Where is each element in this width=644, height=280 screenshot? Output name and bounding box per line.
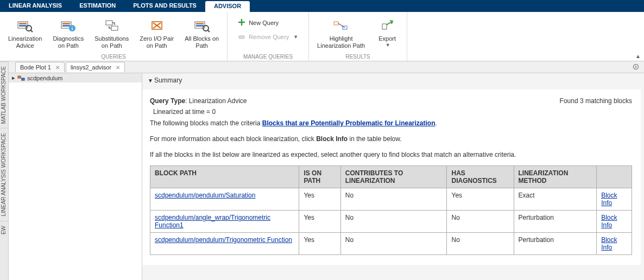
query-type-value: Linearization Advice <box>189 97 247 105</box>
ribbon-collapse-toggle[interactable]: ▴ <box>636 52 640 60</box>
export-button[interactable]: Export ▼ <box>371 14 403 50</box>
block-path-link[interactable]: scdpendulum/pendulum/Saturation <box>155 192 255 199</box>
block-info-link[interactable]: Block Info <box>601 192 617 207</box>
svg-line-4 <box>30 30 33 32</box>
cell-method: Exact <box>514 188 597 211</box>
button-label: Substitutions on Path <box>94 35 129 49</box>
side-tab-linear-analysis-workspace[interactable]: LINEAR ANALYSIS WORKSPACE <box>0 128 8 221</box>
highlight-path-icon <box>332 17 350 34</box>
block-path-link[interactable]: scdpendulum/pendulum/Trigonometric Funct… <box>155 236 292 244</box>
svg-point-24 <box>635 66 637 68</box>
para1-text: The following blocks match the criteria <box>150 119 262 127</box>
linearization-advice-button[interactable]: Linearization Advice <box>3 14 47 52</box>
cell-method: Perturbation <box>514 211 597 233</box>
button-label: Export <box>378 35 396 42</box>
panel-label: QUERIES <box>0 54 227 60</box>
block-info-link[interactable]: Block Info <box>601 236 617 251</box>
zero-io-icon <box>148 17 166 34</box>
substitutions-on-path-button[interactable]: Substitutions on Path <box>90 14 134 52</box>
cell-on-path: Yes <box>299 233 340 255</box>
button-label: Zero I/O Pair on Path <box>140 35 174 49</box>
para2-post: in the table below. <box>348 135 401 143</box>
remove-query-button: Remove Query ▼ <box>234 30 302 43</box>
diagnostics-icon: i <box>60 17 77 34</box>
query-type-label: Query Type <box>150 97 185 105</box>
ribbon-panel-manage-queries: New Query Remove Query ▼ MANAGE QUERIES <box>228 12 309 61</box>
document-tab-bar: Bode Plot 1 ✕ linsys2_advisor ✕ <box>9 61 644 73</box>
side-tab-other[interactable]: EW <box>0 221 8 239</box>
ribbon-panel-queries: Linearization Advice i Diagnostics on Pa… <box>0 12 228 61</box>
disclosure-triangle-icon[interactable]: ▼ <box>148 78 153 84</box>
col-contributes: CONTRIBUTES TO LINEARIZATION <box>340 166 447 188</box>
doc-tab-bode-plot-1[interactable]: Bode Plot 1 ✕ <box>15 62 65 72</box>
side-tab-strip: MATLAB WORKSPACE LINEAR ANALYSIS WORKSPA… <box>0 61 9 280</box>
button-label: Diagnostics on Path <box>53 35 84 49</box>
block-info-link[interactable]: Block Info <box>601 214 617 229</box>
svg-rect-7 <box>62 25 70 27</box>
svg-text:i: i <box>72 26 73 31</box>
cell-contrib: No <box>340 211 447 233</box>
cell-contrib: No <box>340 233 447 255</box>
button-label: New Query <box>249 20 279 26</box>
svg-rect-1 <box>19 23 27 24</box>
svg-rect-11 <box>111 26 118 30</box>
button-label: Remove Query <box>249 34 289 40</box>
svg-line-19 <box>207 30 210 32</box>
tab-label: linsys2_advisor <box>71 64 111 71</box>
cell-method: Perturbation <box>514 233 597 255</box>
tab-plots-results[interactable]: PLOTS AND RESULTS <box>124 0 205 12</box>
model-tree: ▸ scdpendulum <box>9 73 142 280</box>
button-label: Highlight Linearization Path <box>317 35 365 49</box>
tree-expand-icon[interactable]: ▸ <box>12 74 15 81</box>
col-block-path: BLOCK PATH <box>150 166 299 188</box>
linearized-time: Linearized at time = 0 <box>150 108 247 116</box>
new-query-button[interactable]: New Query <box>234 16 302 29</box>
ribbon: Linearization Advice i Diagnostics on Pa… <box>0 12 644 61</box>
table-row: scdpendulum/angle_wrap/Trigonometric Fun… <box>150 211 632 233</box>
block-path-link[interactable]: scdpendulum/angle_wrap/Trigonometric Fun… <box>155 214 270 229</box>
para3-text: If all the blocks in the list below are … <box>150 150 632 160</box>
cell-diag: No <box>447 233 514 255</box>
summary-title: Summary <box>154 77 182 84</box>
doc-tab-linsys2-advisor[interactable]: linsys2_advisor ✕ <box>66 62 125 72</box>
table-row: scdpendulum/pendulum/Trigonometric Funct… <box>150 233 632 255</box>
svg-rect-10 <box>106 21 112 25</box>
tab-options-gear-icon[interactable] <box>632 63 640 72</box>
cell-on-path: Yes <box>299 211 340 233</box>
problematic-blocks-link[interactable]: Blocks that are Potentially Problematic … <box>262 119 435 127</box>
cell-on-path: Yes <box>299 188 340 211</box>
tab-label: Bode Plot 1 <box>20 64 51 71</box>
svg-rect-6 <box>62 23 70 24</box>
svg-rect-26 <box>22 78 24 80</box>
all-blocks-on-path-button[interactable]: All Blocks on Path <box>180 14 224 52</box>
svg-rect-17 <box>196 25 204 27</box>
tab-advisor[interactable]: ADVISOR <box>205 1 250 12</box>
tab-linear-analysis[interactable]: LINEAR ANALYSIS <box>0 0 71 12</box>
plus-icon <box>238 18 245 27</box>
button-label: All Blocks on Path <box>185 35 219 49</box>
substitutions-icon <box>103 17 121 34</box>
col-info <box>597 166 632 188</box>
linearization-advice-icon <box>16 17 34 34</box>
found-count: Found 3 matching blocks <box>560 97 632 105</box>
close-icon[interactable]: ✕ <box>116 65 120 71</box>
chevron-down-icon: ▼ <box>293 34 298 40</box>
panel-label: RESULTS <box>309 54 407 60</box>
button-label: Linearization Advice <box>8 35 42 49</box>
col-has-diagnostics: HAS DIAGNOSTICS <box>447 166 514 188</box>
zero-io-pair-button[interactable]: Zero I/O Pair on Path <box>135 14 179 52</box>
all-blocks-icon <box>193 17 211 34</box>
export-icon <box>378 17 396 34</box>
para2-pre: For more information about each block li… <box>150 135 316 143</box>
simulink-model-icon <box>17 75 25 81</box>
tree-item-label: scdpendulum <box>27 75 62 81</box>
svg-rect-21 <box>334 22 338 25</box>
diagnostics-on-path-button[interactable]: i Diagnostics on Path <box>48 14 89 52</box>
summary-header[interactable]: ▼Summary <box>142 73 644 86</box>
highlight-linearization-path-button[interactable]: Highlight Linearization Path <box>312 14 370 52</box>
close-icon[interactable]: ✕ <box>55 65 60 71</box>
tree-root-item[interactable]: ▸ scdpendulum <box>9 73 142 82</box>
cell-contrib: No <box>340 188 447 211</box>
side-tab-matlab-workspace[interactable]: MATLAB WORKSPACE <box>0 61 8 128</box>
tab-estimation[interactable]: ESTIMATION <box>71 0 124 12</box>
